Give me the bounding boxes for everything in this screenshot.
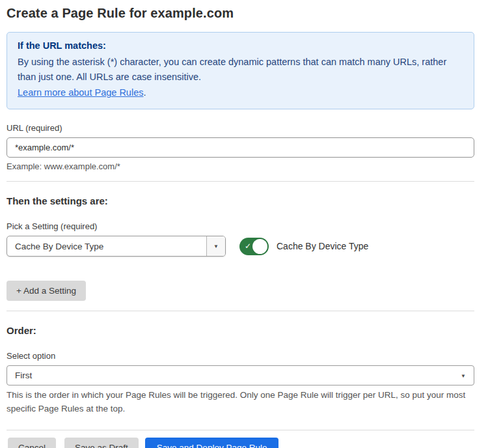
order-select[interactable]: First ▼ — [7, 365, 474, 385]
url-field-helper: Example: www.example.com/* — [7, 161, 474, 171]
settings-section-heading: Then the settings are: — [7, 195, 474, 206]
info-box-heading: If the URL matches: — [18, 40, 463, 51]
cache-by-device-type-toggle[interactable]: ✓ — [239, 238, 269, 255]
cancel-button[interactable]: Cancel — [8, 438, 56, 448]
order-helper-text: This is the order in which your Page Rul… — [7, 389, 472, 416]
chevron-down-icon: ▼ — [213, 244, 219, 249]
order-select-label: Select option — [7, 351, 474, 361]
action-bar: Cancel Save as Draft Save and Deploy Pag… — [8, 438, 474, 448]
save-and-deploy-button[interactable]: Save and Deploy Page Rule — [145, 438, 279, 448]
setting-select-value: Cache By Device Type — [7, 236, 206, 256]
url-input[interactable] — [7, 137, 474, 158]
add-setting-button[interactable]: + Add a Setting — [7, 281, 86, 301]
section-divider — [7, 181, 474, 182]
section-divider — [7, 311, 474, 311]
check-icon: ✓ — [245, 242, 251, 251]
toggle-label: Cache By Device Type — [277, 241, 368, 251]
setting-select[interactable]: Cache By Device Type ▼ — [7, 236, 226, 257]
info-box-body: By using the asterisk (*) character, you… — [18, 55, 463, 85]
toggle-wrap: ✓ Cache By Device Type — [239, 238, 368, 255]
chevron-down-icon: ▼ — [461, 372, 466, 378]
learn-more-link[interactable]: Learn more about Page Rules — [18, 87, 143, 98]
url-field-label: URL (required) — [7, 123, 474, 133]
url-matches-info-box: If the URL matches: By using the asteris… — [7, 32, 474, 109]
toggle-knob — [252, 239, 267, 254]
setting-select-arrow-button[interactable]: ▼ — [206, 236, 225, 256]
link-suffix: . — [143, 87, 146, 98]
footer-divider — [7, 430, 474, 430]
save-as-draft-button[interactable]: Save as Draft — [64, 438, 139, 448]
page-title: Create a Page Rule for example.com — [7, 6, 474, 21]
order-select-value: First — [15, 371, 32, 380]
info-box-link-line: Learn more about Page Rules. — [18, 85, 463, 100]
setting-row: Cache By Device Type ▼ ✓ Cache By Device… — [7, 236, 474, 257]
order-section-heading: Order: — [7, 325, 474, 336]
pick-setting-label: Pick a Setting (required) — [7, 221, 474, 231]
